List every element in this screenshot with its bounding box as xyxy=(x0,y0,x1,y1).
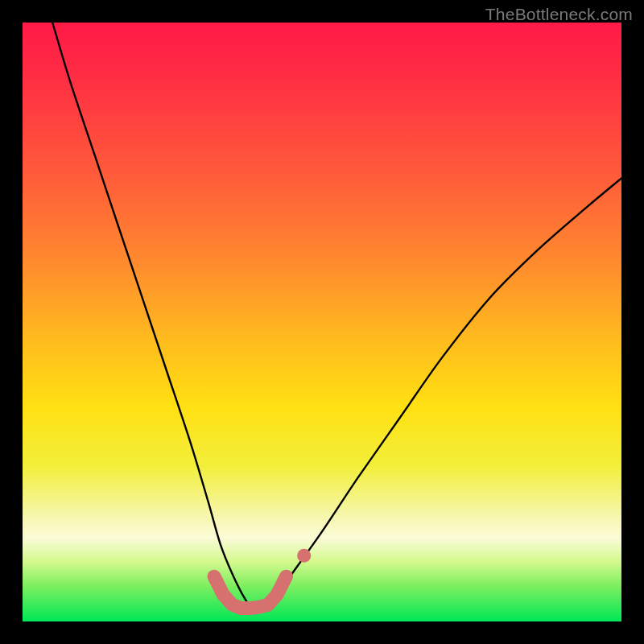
chart-frame: TheBottleneck.com xyxy=(0,0,644,644)
bottleneck-curve xyxy=(52,23,621,611)
highlight-band xyxy=(214,576,286,608)
watermark-text: TheBottleneck.com xyxy=(485,5,633,24)
chart-plot-area xyxy=(23,23,621,621)
highlight-dot xyxy=(297,549,311,563)
chart-svg xyxy=(23,23,621,621)
